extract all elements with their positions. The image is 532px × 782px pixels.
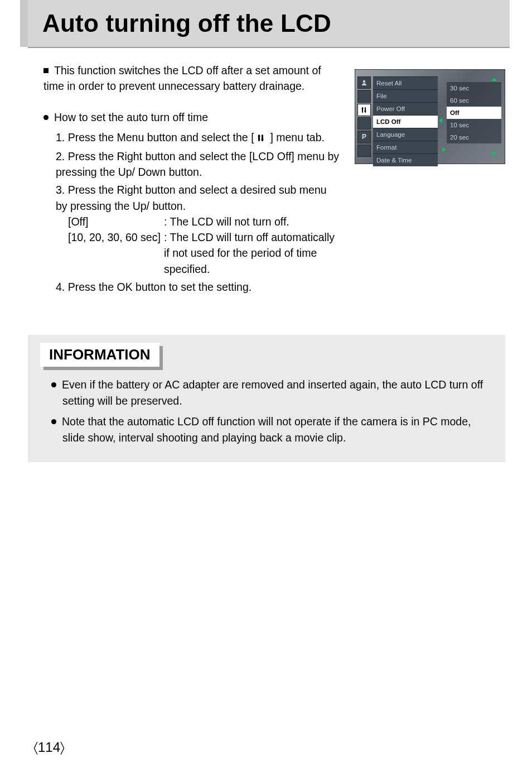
- info-item-2: Note that the automatic LCD off function…: [51, 414, 490, 446]
- lcd-tab-p: P: [357, 131, 371, 143]
- title-band: Auto turning off the LCD: [28, 0, 510, 48]
- option-off-key: [Off]: [68, 214, 164, 229]
- lcd-opt-30: 30 sec: [447, 82, 501, 94]
- side-stripe: [20, 0, 28, 47]
- step-3: 3. Press the Right button and select a d…: [56, 182, 340, 277]
- step-1: 1. Press the Menu button and select the …: [56, 129, 340, 146]
- lcd-opt-10: 10 sec: [447, 119, 501, 131]
- arrow-down-icon: [491, 152, 497, 156]
- dot-bullet-icon: [51, 378, 62, 391]
- svg-point-1: [258, 135, 260, 137]
- camera-lcd: P Reset All File Power Off LCD Off Langu…: [355, 69, 505, 164]
- lcd-options: 30 sec 60 sec Off 10 sec 20 sec: [447, 82, 501, 143]
- arrow-up-icon: [491, 78, 497, 81]
- lcd-opt-20: 20 sec: [447, 131, 501, 143]
- lcd-mi-format: Format: [373, 141, 438, 153]
- content: This function switches the LCD off after…: [43, 63, 505, 297]
- square-bullet-icon: [43, 64, 54, 76]
- lead-text: This function switches the LCD off after…: [43, 63, 340, 94]
- lcd-tab-2: [357, 90, 371, 102]
- step-4: 4. Press the OK button to set the settin…: [56, 279, 340, 295]
- step-2: 2. Press the Right button and select the…: [56, 148, 340, 180]
- information-body: Even if the battery or AC adapter are re…: [28, 377, 505, 445]
- info-item-1: Even if the battery or AC adapter are re…: [51, 377, 490, 409]
- lcd-tab-6: [357, 145, 371, 157]
- information-box: INFORMATION Even if the battery or AC ad…: [28, 335, 505, 462]
- steps-list: 1. Press the Menu button and select the …: [43, 129, 340, 295]
- lcd-figure: P Reset All File Power Off LCD Off Langu…: [355, 69, 505, 164]
- option-sec-val: : The LCD will turn off automatically if…: [164, 229, 340, 277]
- lcd-mi-datetime: Date & Time: [373, 153, 438, 166]
- arrow-right-icon: [442, 147, 446, 152]
- lcd-tab-column: P: [357, 76, 371, 157]
- lcd-opt-60: 60 sec: [447, 94, 501, 107]
- dot-bullet-icon: [43, 111, 54, 123]
- lcd-menu: Reset All File Power Off LCD Off Languag…: [373, 76, 438, 166]
- setup-icon: [257, 131, 267, 146]
- arrow-left-icon: [439, 118, 442, 123]
- lcd-mi-language: Language: [373, 128, 438, 141]
- svg-point-5: [363, 80, 365, 83]
- option-sec-key: [10, 20, 30, 60 sec]: [68, 229, 164, 277]
- lcd-opt-off: Off: [447, 107, 501, 119]
- lcd-tab-4: [357, 117, 371, 129]
- lcd-tab-person: [357, 76, 371, 89]
- howto-heading: How to set the auto turn off time: [43, 111, 340, 124]
- page-number: 〈114〉: [33, 740, 65, 755]
- lcd-tab-setup: [357, 104, 371, 116]
- information-title: INFORMATION: [40, 343, 159, 367]
- dot-bullet-icon: [51, 415, 62, 428]
- svg-point-9: [364, 110, 366, 112]
- svg-point-3: [261, 138, 263, 141]
- lcd-mi-poweroff: Power Off: [373, 102, 438, 115]
- lcd-mi-file: File: [373, 89, 438, 102]
- page-title: Auto turning off the LCD: [42, 9, 331, 37]
- lcd-mi-lcdoff: LCD Off: [373, 115, 438, 128]
- svg-point-7: [361, 108, 363, 109]
- option-off-val: : The LCD will not turn off.: [164, 214, 340, 229]
- lcd-mi-reset: Reset All: [373, 76, 438, 89]
